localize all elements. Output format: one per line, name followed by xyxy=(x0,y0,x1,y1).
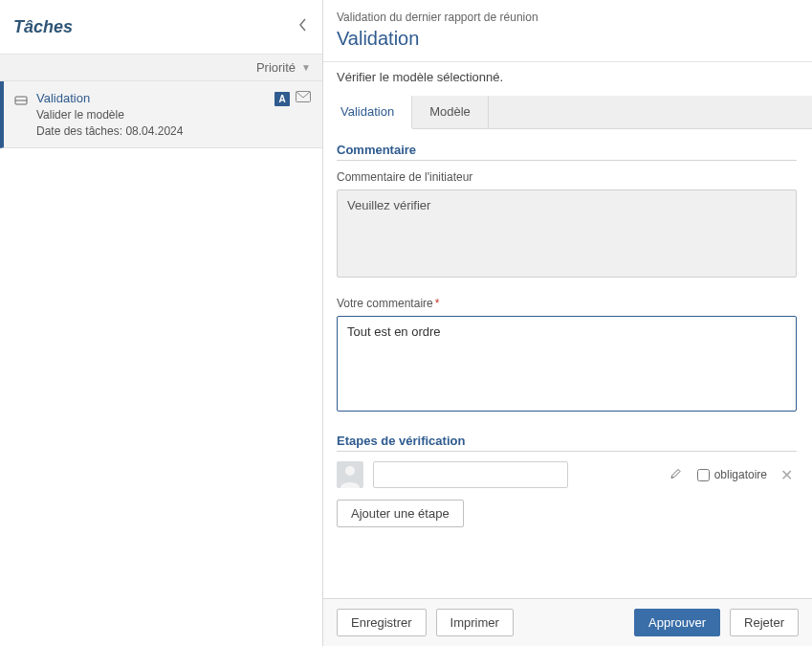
verification-user-input[interactable] xyxy=(373,461,568,488)
svg-point-3 xyxy=(345,466,355,476)
save-button[interactable]: Enregistrer xyxy=(337,609,427,636)
tabs: Validation Modèle xyxy=(323,96,812,129)
main: Validation du dernier rapport de réunion… xyxy=(323,0,812,646)
task-date: Date des tâches: 08.04.2024 xyxy=(36,124,274,138)
sidebar: Tâches Priorité ▼ Validation Valider le … xyxy=(0,0,323,646)
page-title: Validation xyxy=(323,28,812,61)
task-item[interactable]: Validation Valider le modèle Date des tâ… xyxy=(0,81,322,148)
remove-step-icon[interactable]: ✕ xyxy=(777,466,797,484)
priority-label: Priorité xyxy=(256,60,296,75)
breadcrumb: Validation du dernier rapport de réunion xyxy=(323,0,812,28)
print-button[interactable]: Imprimer xyxy=(436,609,514,636)
add-step-button[interactable]: Ajouter une étape xyxy=(337,500,464,527)
edit-icon[interactable] xyxy=(670,468,682,482)
initiator-comment-label: Commentaire de l'initiateur xyxy=(337,170,797,184)
section-comment-title: Commentaire xyxy=(337,143,797,161)
obligatory-checkbox-wrap[interactable]: obligatoire xyxy=(697,468,767,481)
collapse-sidebar-icon[interactable] xyxy=(297,17,309,37)
reject-button[interactable]: Rejeter xyxy=(730,609,799,636)
priority-sort[interactable]: Priorité ▼ xyxy=(0,54,322,81)
obligatory-checkbox[interactable] xyxy=(697,469,710,481)
task-title: Validation xyxy=(36,91,274,105)
mail-icon[interactable] xyxy=(296,91,311,106)
footer: Enregistrer Imprimer Approuver Rejeter xyxy=(323,598,812,646)
sidebar-title: Tâches xyxy=(13,17,73,37)
task-icon xyxy=(13,93,29,108)
chevron-down-icon: ▼ xyxy=(301,62,311,73)
obligatory-label: obligatoire xyxy=(714,468,767,481)
page-subtitle: Vérifier le modèle sélectionné. xyxy=(323,61,812,96)
verification-step-row: obligatoire ✕ xyxy=(337,461,797,488)
initiator-comment-value: Veuillez vérifier xyxy=(337,189,797,278)
tab-modele[interactable]: Modèle xyxy=(412,96,489,128)
tab-validation[interactable]: Validation xyxy=(323,96,412,129)
your-comment-label: Votre commentaire* xyxy=(337,297,797,310)
task-subtitle: Valider le modèle xyxy=(36,108,274,122)
avatar-icon xyxy=(337,461,363,488)
your-comment-input[interactable] xyxy=(337,316,797,412)
approve-button[interactable]: Approuver xyxy=(634,609,720,636)
annotation-badge: A xyxy=(274,92,290,106)
section-steps-title: Etapes de vérification xyxy=(337,434,797,452)
